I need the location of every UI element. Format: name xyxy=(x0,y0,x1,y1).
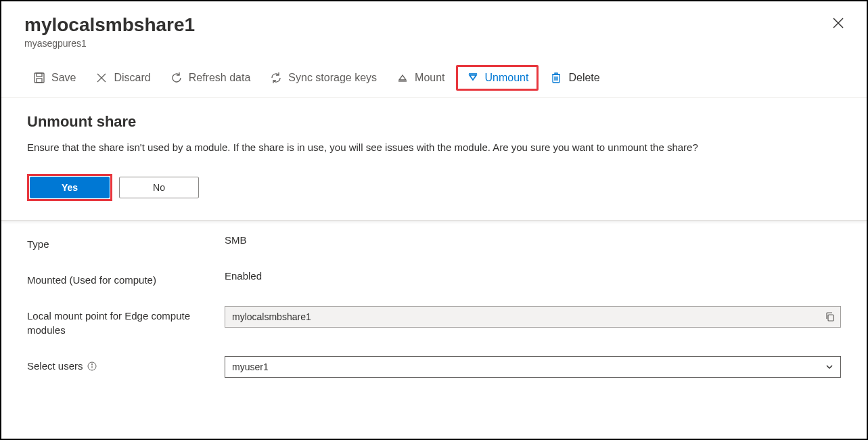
discard-button[interactable]: Discard xyxy=(87,67,158,89)
save-icon xyxy=(32,71,46,85)
type-row: Type SMB xyxy=(27,234,841,251)
yes-highlight: Yes xyxy=(27,174,112,201)
unmount-icon xyxy=(466,71,480,85)
no-button[interactable]: No xyxy=(119,177,199,198)
sync-icon xyxy=(269,71,283,85)
mount-label: Mount xyxy=(415,72,444,84)
users-label: Select users xyxy=(27,356,225,373)
info-icon[interactable] xyxy=(87,361,97,371)
delete-button[interactable]: Delete xyxy=(541,67,608,89)
svg-point-17 xyxy=(91,364,92,364)
copy-icon xyxy=(825,311,836,322)
users-value: myuser1 xyxy=(232,361,269,372)
discard-icon xyxy=(95,71,108,85)
unmount-button[interactable]: Unmount xyxy=(456,65,539,91)
sync-label: Sync storage keys xyxy=(288,72,377,84)
close-icon xyxy=(830,15,846,31)
copy-button[interactable] xyxy=(825,311,836,322)
mountpoint-row: Local mount point for Edge compute modul… xyxy=(27,306,841,337)
users-label-text: Select users xyxy=(27,359,83,373)
details-form: Type SMB Mounted (Used for compute) Enab… xyxy=(1,221,867,410)
close-button[interactable] xyxy=(830,15,846,31)
type-label: Type xyxy=(27,234,225,251)
refresh-button[interactable]: Refresh data xyxy=(162,67,259,89)
svg-rect-2 xyxy=(35,73,44,83)
discard-label: Discard xyxy=(114,72,150,84)
blade-header: mylocalsmbshare1 myasegpures1 xyxy=(1,1,867,56)
yes-button[interactable]: Yes xyxy=(30,177,110,198)
mounted-value: Enabled xyxy=(225,270,841,282)
save-label: Save xyxy=(51,72,76,84)
chevron-down-icon xyxy=(825,362,834,372)
delete-label: Delete xyxy=(568,72,599,84)
mountpoint-value: mylocalsmbshare1 xyxy=(232,311,311,322)
mounted-row: Mounted (Used for compute) Enabled xyxy=(27,270,841,287)
mount-icon xyxy=(396,71,409,85)
dialog-buttons: Yes No xyxy=(27,174,841,201)
svg-rect-4 xyxy=(37,79,42,83)
type-value: SMB xyxy=(225,234,841,246)
unmount-label: Unmount xyxy=(485,72,529,84)
sync-button[interactable]: Sync storage keys xyxy=(261,67,385,89)
svg-rect-3 xyxy=(37,73,42,76)
dialog-title: Unmount share xyxy=(27,113,841,131)
mount-button[interactable]: Mount xyxy=(388,67,453,89)
unmount-dialog: Unmount share Ensure that the share isn'… xyxy=(1,98,867,221)
dialog-text: Ensure that the share isn't used by a mo… xyxy=(27,140,841,156)
users-row: Select users myuser1 xyxy=(27,356,841,378)
save-button[interactable]: Save xyxy=(24,67,84,89)
delete-icon xyxy=(549,71,563,85)
users-dropdown[interactable]: myuser1 xyxy=(225,356,841,378)
command-bar: Save Discard Refresh data Sync storage k… xyxy=(1,56,867,98)
page-title: mylocalsmbshare1 xyxy=(24,14,844,37)
page-subtitle: myasegpures1 xyxy=(24,38,844,49)
refresh-label: Refresh data xyxy=(189,72,251,84)
svg-rect-14 xyxy=(828,315,833,321)
mounted-label: Mounted (Used for compute) xyxy=(27,270,225,287)
refresh-icon xyxy=(170,71,183,85)
mountpoint-label: Local mount point for Edge compute modul… xyxy=(27,306,225,337)
mountpoint-input[interactable]: mylocalsmbshare1 xyxy=(225,306,841,328)
